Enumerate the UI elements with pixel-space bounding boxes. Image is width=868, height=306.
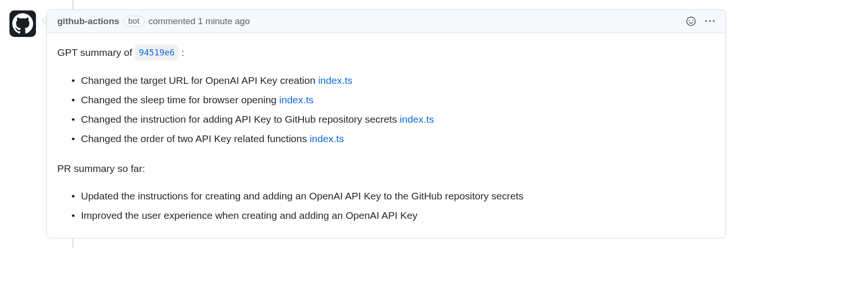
comment-box: github-actions bot commented 1 minute ag… [46, 9, 726, 238]
list-item: Improved the user experience when creati… [71, 206, 715, 225]
change-text: Changed the order of two API Key related… [81, 133, 310, 144]
kebab-menu-button[interactable] [705, 16, 715, 27]
kebab-horizontal-icon [705, 17, 715, 26]
list-item: Updated the instructions for creating an… [71, 187, 715, 206]
timeline-line [72, 238, 73, 248]
summary-prefix: GPT summary of [57, 45, 132, 61]
pr-summary-list: Updated the instructions for creating an… [57, 187, 715, 225]
summary-suffix: : [181, 45, 184, 61]
emoji-reaction-button[interactable] [686, 16, 696, 27]
change-text: Changed the sleep time for browser openi… [81, 94, 279, 105]
list-item: Changed the instruction for adding API K… [71, 110, 715, 129]
comment-body: GPT summary of 94519e6 : Changed the tar… [47, 33, 726, 238]
smiley-icon [686, 17, 696, 26]
changes-list: Changed the target URL for OpenAI API Ke… [57, 71, 715, 149]
list-item: Changed the sleep time for browser openi… [71, 90, 715, 110]
comment-header: github-actions bot commented 1 minute ag… [47, 10, 726, 33]
change-text: Changed the instruction for adding API K… [81, 114, 400, 125]
author-name[interactable]: github-actions [57, 16, 119, 27]
summary-text: Updated the instructions for creating an… [81, 190, 523, 201]
commit-hash-link[interactable]: 94519e6 [135, 45, 178, 61]
change-text: Changed the target URL for OpenAI API Ke… [81, 75, 318, 86]
comment-arrow [42, 16, 46, 26]
list-item: Changed the order of two API Key related… [71, 129, 715, 149]
bot-badge: bot [123, 16, 145, 27]
file-link[interactable]: index.ts [400, 114, 434, 125]
timestamp[interactable]: 1 minute ago [198, 16, 250, 26]
comment-action: commented [149, 16, 195, 26]
file-link[interactable]: index.ts [279, 94, 313, 105]
avatar[interactable] [9, 10, 36, 37]
summary-text: Improved the user experience when creati… [81, 210, 417, 221]
pr-summary-title: PR summary so far: [57, 161, 715, 177]
file-link[interactable]: index.ts [318, 75, 352, 86]
list-item: Changed the target URL for OpenAI API Ke… [71, 71, 715, 90]
github-icon [12, 13, 33, 34]
file-link[interactable]: index.ts [310, 133, 344, 144]
